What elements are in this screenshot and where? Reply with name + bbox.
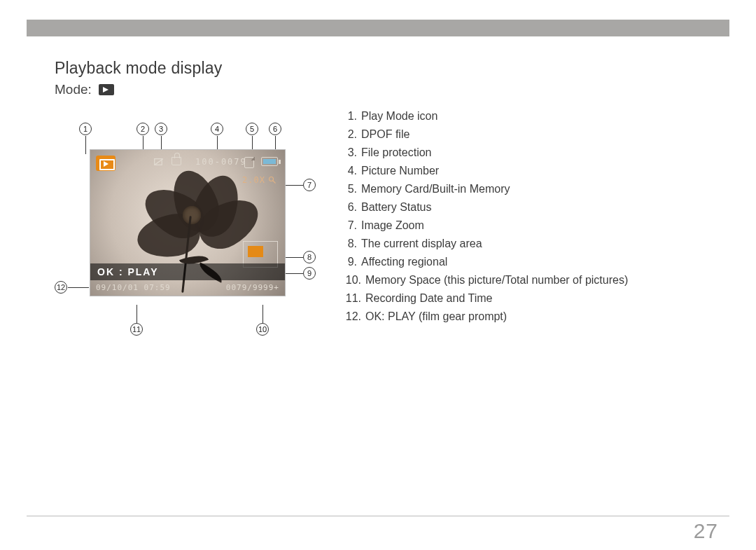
- legend-item: 10.Memory Space (this picture/Total numb…: [342, 271, 714, 289]
- memory-card-icon: [244, 157, 254, 168]
- top-bar: [27, 20, 729, 36]
- legend-text: OK: PLAY (film gear prompt): [365, 308, 714, 326]
- legend-item: 8.The current display area: [342, 235, 714, 253]
- file-protection-icon: [172, 157, 181, 165]
- legend-column: 1.Play Mode icon 2.DPOF file 3.File prot…: [342, 107, 714, 326]
- lcd-screen: 100-0079 2.0X OK : PLAY 09/10/01 07:59 0…: [90, 149, 286, 296]
- legend-list: 1.Play Mode icon 2.DPOF file 3.File prot…: [342, 107, 714, 326]
- svg-line-2: [273, 181, 276, 184]
- ok-play-bar: OK : PLAY: [90, 263, 285, 280]
- current-display-area: [248, 246, 263, 257]
- legend-text: Recording Date and Time: [365, 289, 714, 308]
- callout-1-line: [85, 136, 86, 154]
- callout-10: 10: [256, 323, 269, 336]
- memory-space-count: 0079/9999+: [226, 283, 279, 292]
- callout-8-line: [286, 257, 303, 258]
- callout-6: 6: [269, 123, 281, 135]
- page-number: 27: [694, 519, 718, 543]
- legend-item: 11.Recording Date and Time: [342, 289, 714, 308]
- legend-item: 12.OK: PLAY (film gear prompt): [342, 308, 714, 326]
- lcd-figure: 1 2 3 4 5 6 7 8: [62, 149, 328, 296]
- legend-text: The current display area: [361, 235, 714, 253]
- legend-item: 5.Memory Card/Built-in Memory: [342, 180, 714, 198]
- legend-item: 9.Affecting regional: [342, 253, 714, 271]
- legend-text: Picture Number: [361, 162, 714, 180]
- legend-item: 6.Battery Status: [342, 198, 714, 216]
- mode-row: Mode:: [55, 82, 714, 97]
- callout-10-line: [262, 305, 263, 323]
- callout-1: 1: [79, 123, 92, 135]
- dpof-icon: [153, 157, 163, 167]
- figure-column: 1 2 3 4 5 6 7 8: [55, 107, 349, 326]
- footer-line: [27, 516, 729, 516]
- callout-11-line: [136, 305, 137, 323]
- callout-12: 12: [55, 281, 67, 294]
- callout-2: 2: [136, 123, 149, 135]
- legend-item: 4.Picture Number: [342, 162, 714, 180]
- legend-text: DPOF file: [361, 125, 714, 144]
- svg-point-1: [270, 177, 274, 181]
- play-mode-icon: [96, 156, 115, 171]
- playback-mode-icon: [99, 84, 114, 95]
- legend-item: 3.File protection: [342, 144, 714, 162]
- legend-item: 7. Image Zoom: [342, 216, 714, 235]
- callout-11: 11: [130, 323, 143, 336]
- battery-icon: [261, 157, 278, 166]
- callout-7: 7: [303, 179, 316, 191]
- recording-datetime: 09/10/01 07:59: [96, 283, 171, 292]
- legend-text: Memory Space (this picture/Total number …: [365, 271, 714, 289]
- section-title: Playback mode display: [55, 59, 714, 78]
- callout-4: 4: [211, 123, 223, 135]
- legend-text: File protection: [361, 144, 714, 162]
- callout-5: 5: [246, 123, 258, 135]
- legend-text: Image Zoom: [361, 216, 714, 235]
- legend-text: Affecting regional: [361, 253, 714, 271]
- image-zoom: 2.0X: [242, 175, 276, 185]
- legend-item: 1.Play Mode icon: [342, 107, 714, 125]
- flower-center: [183, 206, 201, 224]
- callout-9-line: [286, 273, 303, 274]
- page: 27 Playback mode display Mode: 1 2 3 4: [0, 0, 756, 550]
- legend-text: Play Mode icon: [361, 107, 714, 125]
- legend-item: 2.DPOF file: [342, 125, 714, 144]
- callout-8: 8: [303, 251, 316, 263]
- callout-9: 9: [303, 267, 316, 280]
- legend-text: Battery Status: [361, 198, 714, 216]
- mode-label: Mode:: [55, 82, 92, 97]
- callout-12-line: [68, 287, 89, 288]
- picture-number: 100-0079: [195, 157, 247, 167]
- content-area: Playback mode display Mode: 1 2 3 4 5: [55, 59, 714, 494]
- legend-text: Memory Card/Built-in Memory: [361, 180, 714, 198]
- callout-3: 3: [155, 123, 167, 135]
- zoom-value: 2.0X: [242, 175, 265, 185]
- callout-7-line: [286, 185, 303, 186]
